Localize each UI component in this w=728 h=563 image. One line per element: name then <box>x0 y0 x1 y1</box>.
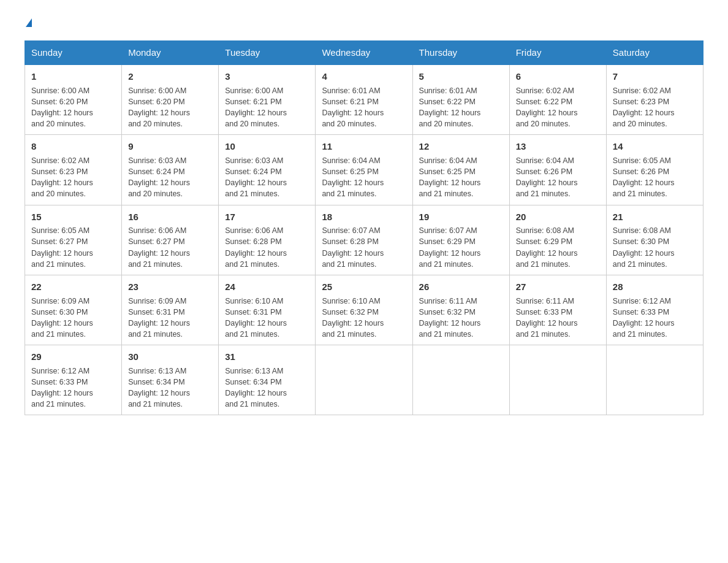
day-number: 2 <box>128 70 212 83</box>
calendar-cell: 6Sunrise: 6:02 AMSunset: 6:22 PMDaylight… <box>509 64 606 135</box>
day-info: Sunrise: 6:13 AMSunset: 6:34 PMDaylight:… <box>128 366 212 410</box>
day-number: 16 <box>128 210 212 224</box>
day-info: Sunrise: 6:04 AMSunset: 6:25 PMDaylight:… <box>419 155 503 200</box>
calendar-cell: 1Sunrise: 6:00 AMSunset: 6:20 PMDaylight… <box>25 64 122 135</box>
calendar-cell <box>509 345 606 415</box>
calendar-cell: 14Sunrise: 6:05 AMSunset: 6:26 PMDayligh… <box>606 135 703 205</box>
day-info: Sunrise: 6:13 AMSunset: 6:34 PMDaylight:… <box>225 366 309 410</box>
day-number: 8 <box>31 140 115 153</box>
day-number: 27 <box>516 280 600 294</box>
day-number: 4 <box>322 70 406 83</box>
day-number: 17 <box>225 210 309 224</box>
day-info: Sunrise: 6:02 AMSunset: 6:22 PMDaylight:… <box>516 85 600 130</box>
day-info: Sunrise: 6:11 AMSunset: 6:32 PMDaylight:… <box>419 296 503 340</box>
day-info: Sunrise: 6:05 AMSunset: 6:26 PMDaylight:… <box>613 155 697 200</box>
calendar-cell: 31Sunrise: 6:13 AMSunset: 6:34 PMDayligh… <box>219 345 316 415</box>
day-info: Sunrise: 6:01 AMSunset: 6:21 PMDaylight:… <box>322 85 406 130</box>
day-info: Sunrise: 6:04 AMSunset: 6:25 PMDaylight:… <box>322 155 406 200</box>
day-info: Sunrise: 6:12 AMSunset: 6:33 PMDaylight:… <box>613 296 697 340</box>
calendar-cell: 30Sunrise: 6:13 AMSunset: 6:34 PMDayligh… <box>122 345 219 415</box>
day-info: Sunrise: 6:10 AMSunset: 6:32 PMDaylight:… <box>322 296 406 340</box>
calendar-cell <box>412 345 509 415</box>
calendar-cell: 12Sunrise: 6:04 AMSunset: 6:25 PMDayligh… <box>412 135 509 205</box>
week-row-1: 1Sunrise: 6:00 AMSunset: 6:20 PMDaylight… <box>25 64 703 135</box>
header-thursday: Thursday <box>412 41 509 65</box>
day-info: Sunrise: 6:11 AMSunset: 6:33 PMDaylight:… <box>516 296 600 340</box>
logo <box>25 18 32 28</box>
day-info: Sunrise: 6:05 AMSunset: 6:27 PMDaylight:… <box>31 225 115 270</box>
day-number: 30 <box>128 350 212 364</box>
day-number: 20 <box>516 210 600 224</box>
calendar-cell: 25Sunrise: 6:10 AMSunset: 6:32 PMDayligh… <box>316 275 412 345</box>
day-number: 15 <box>31 210 115 224</box>
day-info: Sunrise: 6:07 AMSunset: 6:29 PMDaylight:… <box>419 225 503 270</box>
week-row-5: 29Sunrise: 6:12 AMSunset: 6:33 PMDayligh… <box>25 345 703 415</box>
day-number: 29 <box>31 350 115 364</box>
week-row-4: 22Sunrise: 6:09 AMSunset: 6:30 PMDayligh… <box>25 275 703 345</box>
calendar-cell: 28Sunrise: 6:12 AMSunset: 6:33 PMDayligh… <box>606 275 703 345</box>
header-sunday: Sunday <box>25 41 122 65</box>
day-number: 26 <box>419 280 503 294</box>
calendar-table: SundayMondayTuesdayWednesdayThursdayFrid… <box>25 40 703 415</box>
day-info: Sunrise: 6:10 AMSunset: 6:31 PMDaylight:… <box>225 296 309 340</box>
day-info: Sunrise: 6:12 AMSunset: 6:33 PMDaylight:… <box>31 366 115 410</box>
calendar-cell: 23Sunrise: 6:09 AMSunset: 6:31 PMDayligh… <box>122 275 219 345</box>
day-number: 14 <box>613 140 697 153</box>
header-wednesday: Wednesday <box>316 41 412 65</box>
calendar-cell: 18Sunrise: 6:07 AMSunset: 6:28 PMDayligh… <box>316 205 412 275</box>
day-number: 24 <box>225 280 309 294</box>
calendar-cell: 21Sunrise: 6:08 AMSunset: 6:30 PMDayligh… <box>606 205 703 275</box>
calendar-cell: 11Sunrise: 6:04 AMSunset: 6:25 PMDayligh… <box>316 135 412 205</box>
day-info: Sunrise: 6:00 AMSunset: 6:21 PMDaylight:… <box>225 85 309 130</box>
logo-triangle-icon <box>26 18 32 27</box>
day-info: Sunrise: 6:07 AMSunset: 6:28 PMDaylight:… <box>322 225 406 270</box>
calendar-cell: 17Sunrise: 6:06 AMSunset: 6:28 PMDayligh… <box>219 205 316 275</box>
calendar-cell: 4Sunrise: 6:01 AMSunset: 6:21 PMDaylight… <box>316 64 412 135</box>
calendar-cell: 22Sunrise: 6:09 AMSunset: 6:30 PMDayligh… <box>25 275 122 345</box>
day-info: Sunrise: 6:02 AMSunset: 6:23 PMDaylight:… <box>31 155 115 200</box>
calendar-cell: 26Sunrise: 6:11 AMSunset: 6:32 PMDayligh… <box>412 275 509 345</box>
day-number: 11 <box>322 140 406 153</box>
day-info: Sunrise: 6:03 AMSunset: 6:24 PMDaylight:… <box>225 155 309 200</box>
day-number: 13 <box>516 140 600 153</box>
day-number: 10 <box>225 140 309 153</box>
day-info: Sunrise: 6:01 AMSunset: 6:22 PMDaylight:… <box>419 85 503 130</box>
calendar-cell: 8Sunrise: 6:02 AMSunset: 6:23 PMDaylight… <box>25 135 122 205</box>
calendar-cell: 5Sunrise: 6:01 AMSunset: 6:22 PMDaylight… <box>412 64 509 135</box>
calendar-cell: 16Sunrise: 6:06 AMSunset: 6:27 PMDayligh… <box>122 205 219 275</box>
day-number: 19 <box>419 210 503 224</box>
day-info: Sunrise: 6:09 AMSunset: 6:30 PMDaylight:… <box>31 296 115 340</box>
header-friday: Friday <box>509 41 606 65</box>
day-info: Sunrise: 6:06 AMSunset: 6:28 PMDaylight:… <box>225 225 309 270</box>
calendar-cell: 19Sunrise: 6:07 AMSunset: 6:29 PMDayligh… <box>412 205 509 275</box>
day-number: 28 <box>613 280 697 294</box>
day-number: 31 <box>225 350 309 364</box>
day-number: 23 <box>128 280 212 294</box>
header-tuesday: Tuesday <box>219 41 316 65</box>
day-number: 3 <box>225 70 309 83</box>
calendar-cell <box>316 345 412 415</box>
header-monday: Monday <box>122 41 219 65</box>
page-header <box>25 18 703 28</box>
calendar-cell: 2Sunrise: 6:00 AMSunset: 6:20 PMDaylight… <box>122 64 219 135</box>
day-info: Sunrise: 6:00 AMSunset: 6:20 PMDaylight:… <box>128 85 212 130</box>
day-info: Sunrise: 6:02 AMSunset: 6:23 PMDaylight:… <box>613 85 697 130</box>
calendar-cell: 3Sunrise: 6:00 AMSunset: 6:21 PMDaylight… <box>219 64 316 135</box>
calendar-cell: 29Sunrise: 6:12 AMSunset: 6:33 PMDayligh… <box>25 345 122 415</box>
header-saturday: Saturday <box>606 41 703 65</box>
day-info: Sunrise: 6:08 AMSunset: 6:29 PMDaylight:… <box>516 225 600 270</box>
day-number: 5 <box>419 70 503 83</box>
calendar-header-row: SundayMondayTuesdayWednesdayThursdayFrid… <box>25 41 703 65</box>
day-number: 25 <box>322 280 406 294</box>
calendar-cell: 7Sunrise: 6:02 AMSunset: 6:23 PMDaylight… <box>606 64 703 135</box>
calendar-cell: 24Sunrise: 6:10 AMSunset: 6:31 PMDayligh… <box>219 275 316 345</box>
calendar-cell: 15Sunrise: 6:05 AMSunset: 6:27 PMDayligh… <box>25 205 122 275</box>
day-info: Sunrise: 6:08 AMSunset: 6:30 PMDaylight:… <box>613 225 697 270</box>
day-number: 12 <box>419 140 503 153</box>
day-number: 1 <box>31 70 115 83</box>
day-number: 6 <box>516 70 600 83</box>
day-info: Sunrise: 6:06 AMSunset: 6:27 PMDaylight:… <box>128 225 212 270</box>
calendar-cell: 20Sunrise: 6:08 AMSunset: 6:29 PMDayligh… <box>509 205 606 275</box>
calendar-cell: 9Sunrise: 6:03 AMSunset: 6:24 PMDaylight… <box>122 135 219 205</box>
calendar-cell: 10Sunrise: 6:03 AMSunset: 6:24 PMDayligh… <box>219 135 316 205</box>
